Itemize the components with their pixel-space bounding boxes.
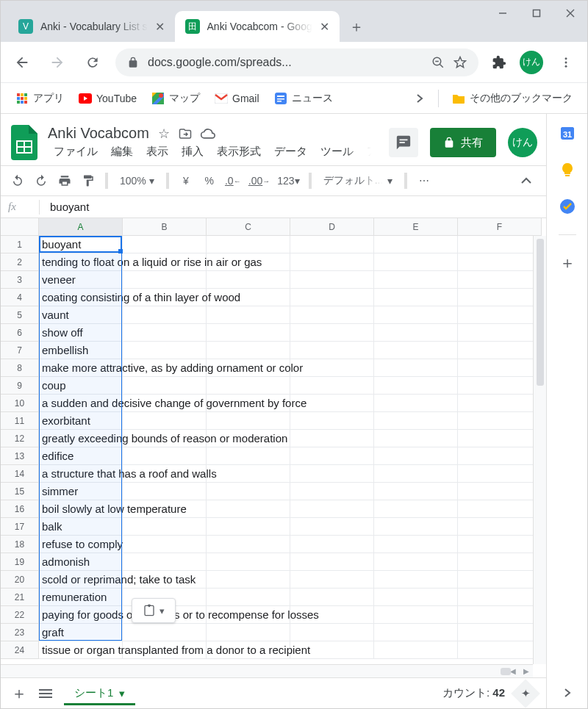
add-addon-icon[interactable]: ＋: [559, 254, 576, 272]
gmail-bookmark[interactable]: Gmail: [209, 89, 265, 108]
row-header[interactable]: 22: [1, 606, 39, 624]
cell[interactable]: [207, 500, 290, 518]
font-select[interactable]: デフォルト...▾: [319, 174, 398, 187]
cell[interactable]: [207, 377, 290, 395]
spreadsheet-grid[interactable]: ABCDEF1buoyant2tending to float on a liq…: [1, 218, 546, 677]
share-button[interactable]: 共有: [430, 128, 496, 157]
collapse-sidepanel-button[interactable]: [564, 677, 571, 708]
cell[interactable]: [374, 430, 458, 447]
menu-format[interactable]: 表示形式: [211, 143, 267, 160]
cell[interactable]: [123, 236, 207, 253]
browser-tab-inactive[interactable]: V Anki - Vocabulary List s ✕: [8, 11, 175, 42]
row-header[interactable]: 14: [1, 465, 39, 483]
cell[interactable]: [207, 324, 290, 342]
cell[interactable]: [374, 624, 458, 641]
undo-button[interactable]: [8, 170, 27, 191]
cell[interactable]: [374, 518, 458, 536]
cell[interactable]: [374, 571, 458, 589]
cell[interactable]: [374, 359, 458, 377]
cell[interactable]: [374, 465, 458, 483]
menu-file[interactable]: ファイル: [48, 143, 104, 160]
cell[interactable]: [374, 447, 458, 465]
cell[interactable]: coup: [39, 377, 123, 395]
chevron-down-icon[interactable]: ▾: [119, 687, 125, 700]
row-header[interactable]: 17: [1, 518, 39, 536]
cell[interactable]: [458, 571, 542, 589]
cell[interactable]: [123, 624, 207, 641]
cell[interactable]: [374, 324, 458, 342]
cell[interactable]: [207, 483, 290, 500]
cell[interactable]: a structure that has a roof and walls: [39, 465, 123, 483]
cell[interactable]: [123, 324, 207, 342]
column-header[interactable]: B: [123, 218, 207, 236]
currency-button[interactable]: ¥: [176, 170, 196, 191]
column-header[interactable]: D: [290, 218, 374, 236]
cell[interactable]: [123, 447, 207, 465]
back-button[interactable]: [10, 50, 35, 75]
reload-button[interactable]: [80, 50, 105, 75]
row-header[interactable]: 18: [1, 536, 39, 553]
cell[interactable]: tending to float on a liquid or rise in …: [39, 253, 123, 271]
apps-bookmark[interactable]: アプリ: [10, 89, 70, 108]
cell[interactable]: [290, 536, 374, 553]
cell[interactable]: [374, 377, 458, 395]
cell[interactable]: [207, 536, 290, 553]
cell[interactable]: [374, 395, 458, 412]
cell[interactable]: [290, 342, 374, 359]
close-icon[interactable]: ✕: [155, 20, 165, 34]
cell[interactable]: vaunt: [39, 306, 123, 324]
column-header[interactable]: C: [207, 218, 290, 236]
cell[interactable]: [290, 324, 374, 342]
cell[interactable]: boil slowly at low temperature: [39, 500, 123, 518]
cell[interactable]: [458, 500, 542, 518]
row-header[interactable]: 10: [1, 395, 39, 412]
cell[interactable]: [207, 306, 290, 324]
cell[interactable]: [290, 483, 374, 500]
row-header[interactable]: 13: [1, 447, 39, 465]
menu-view[interactable]: 表示: [140, 143, 174, 160]
cell[interactable]: [374, 289, 458, 306]
redo-button[interactable]: [32, 170, 51, 191]
formula-input[interactable]: buoyant: [50, 201, 89, 213]
increase-decimal-button[interactable]: .00→: [247, 170, 271, 191]
keep-icon[interactable]: [559, 161, 576, 179]
explore-button[interactable]: ✦: [511, 679, 540, 708]
cell[interactable]: [374, 306, 458, 324]
decrease-decimal-button[interactable]: .0←: [223, 170, 243, 191]
maps-bookmark[interactable]: マップ: [146, 89, 206, 108]
select-all-corner[interactable]: [1, 218, 39, 236]
zoom-select[interactable]: 100%▾: [115, 175, 159, 187]
cell[interactable]: [374, 589, 458, 606]
cell[interactable]: [458, 236, 542, 253]
cell[interactable]: [290, 465, 374, 483]
horizontal-scrollbar[interactable]: ◀ ▶: [1, 664, 533, 677]
print-button[interactable]: [55, 170, 74, 191]
cell[interactable]: [123, 306, 207, 324]
cell[interactable]: [123, 518, 207, 536]
menu-insert[interactable]: 挿入: [176, 143, 209, 160]
cell[interactable]: [123, 412, 207, 430]
cell[interactable]: [458, 447, 542, 465]
profile-avatar[interactable]: けん: [520, 51, 543, 74]
menu-tools[interactable]: ツール: [315, 143, 359, 160]
cell[interactable]: veneer: [39, 271, 123, 289]
cell[interactable]: [458, 395, 542, 412]
cell[interactable]: [123, 483, 207, 500]
cell[interactable]: [290, 430, 374, 447]
all-sheets-button[interactable]: [37, 685, 54, 702]
news-bookmark[interactable]: ニュース: [268, 89, 339, 108]
cell[interactable]: [374, 500, 458, 518]
cell[interactable]: [123, 342, 207, 359]
cell[interactable]: [458, 342, 542, 359]
paint-format-button[interactable]: [79, 170, 98, 191]
cell[interactable]: [374, 253, 458, 271]
row-header[interactable]: 8: [1, 359, 39, 377]
cell[interactable]: scold or reprimand; take to task: [39, 571, 123, 589]
number-format-button[interactable]: 123▾: [276, 170, 301, 191]
paste-options-popup[interactable]: ▾: [132, 598, 176, 623]
cell[interactable]: [207, 518, 290, 536]
maximize-button[interactable]: [520, 1, 553, 26]
move-icon[interactable]: [179, 127, 192, 140]
menu-addons[interactable]: アド: [361, 143, 371, 160]
cell[interactable]: [207, 589, 290, 606]
